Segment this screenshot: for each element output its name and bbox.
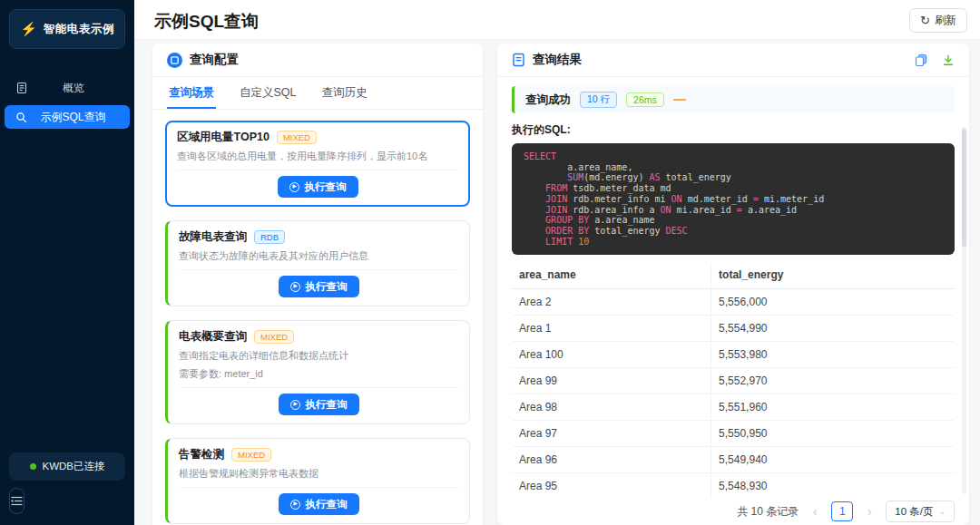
scenario-card[interactable]: 故障电表查询RDB查询状态为故障的电表及其对应的用户信息▶执行查询 <box>165 220 470 306</box>
execute-query-label: 执行查询 <box>305 180 347 194</box>
sql-token <box>524 226 545 236</box>
current-page-button[interactable]: 1 <box>831 501 853 521</box>
area-name-cell: Area 100 <box>512 342 711 368</box>
sql-token: tsdb.meter_data md <box>567 183 671 193</box>
total-records-label: 共 10 条记录 <box>737 504 799 520</box>
sql-line: GROUP BY a.area_name <box>524 215 943 226</box>
execute-button-row: ▶执行查询 <box>179 488 458 518</box>
execute-button-row: ▶执行查询 <box>177 170 458 200</box>
scenario-title: 故障电表查询 <box>179 229 247 245</box>
sql-token: SELECT <box>524 151 556 161</box>
scenario-type-badge: MIXED <box>277 131 317 144</box>
table-row: Area 25,556,000 <box>512 289 955 316</box>
prev-page-button[interactable]: ‹ <box>806 505 824 518</box>
page-size-select[interactable]: 10 条/页 ⌄ <box>886 501 955 522</box>
sql-token <box>524 194 545 204</box>
status-extra-indicator <box>673 99 686 101</box>
sql-token: ORDER BY <box>545 226 589 236</box>
execute-query-button[interactable]: ▶执行查询 <box>279 394 359 415</box>
column-header-area-name: area_name <box>512 264 711 289</box>
scenario-card-header: 告警检测MIXED <box>179 447 458 462</box>
execute-query-label: 执行查询 <box>306 498 348 511</box>
sql-token: 10 <box>578 237 589 247</box>
sql-token <box>524 215 545 225</box>
area-name-cell: Area 2 <box>512 289 711 316</box>
scenario-card-header: 故障电表查询RDB <box>179 229 458 245</box>
sql-token: a.area_id <box>742 205 797 215</box>
sql-token <box>524 205 545 215</box>
tab-query-history[interactable]: 查询历史 <box>320 77 369 109</box>
collapse-sidebar-button[interactable] <box>9 488 24 514</box>
refresh-label: 刷新 <box>935 13 956 28</box>
config-icon <box>167 53 182 68</box>
total-energy-cell: 5,552,970 <box>711 368 955 394</box>
config-panel-title: 查询配置 <box>190 52 239 68</box>
execute-query-button[interactable]: ▶执行查询 <box>278 176 358 198</box>
config-panel-header: 查询配置 <box>152 44 483 77</box>
download-icon <box>942 53 955 66</box>
column-header-total-energy: total_energy <box>711 264 955 289</box>
sql-token: total_energy <box>661 172 731 182</box>
area-name-cell: Area 95 <box>512 473 711 500</box>
page-title: 示例SQL查询 <box>154 10 259 34</box>
sql-token: a.area_name, <box>524 162 632 172</box>
scrollbar-thumb[interactable] <box>962 129 966 247</box>
connection-status-badge: KWDB已连接 <box>9 452 125 481</box>
table-row: Area 975,550,950 <box>512 421 955 447</box>
copy-icon <box>915 53 927 67</box>
tab-query-scenarios[interactable]: 查询场景 <box>167 77 216 109</box>
scenario-title: 电表概要查询 <box>179 329 247 345</box>
query-config-panel: 查询配置 查询场景 自定义SQL 查询历史 区域用电量TOP10MIXED查询各… <box>152 44 483 525</box>
sql-code-block: SELECT a.area_name, SUM(md.energy) AS to… <box>512 143 955 255</box>
sidebar-item-sql-query[interactable]: 示例SQL查询 <box>5 105 130 129</box>
next-page-button[interactable]: › <box>860 505 878 518</box>
sidebar: ⚡ 智能电表示例 概览 示例SQL查询 KWDB已连接 <box>0 0 134 525</box>
content-panels: 查询配置 查询场景 自定义SQL 查询历史 区域用电量TOP10MIXED查询各… <box>152 44 969 525</box>
download-result-button[interactable] <box>942 53 955 66</box>
result-panel-header: 查询结果 <box>497 44 969 77</box>
sql-token: mi.meter_id <box>759 194 824 204</box>
sql-token: rdb.area_info a <box>567 205 660 215</box>
sql-token: JOIN <box>545 194 567 204</box>
config-tabs: 查询场景 自定义SQL 查询历史 <box>152 77 483 110</box>
sidebar-item-label: 示例SQL查询 <box>27 110 119 125</box>
total-energy-cell: 5,553,980 <box>711 342 955 368</box>
total-energy-cell: 5,551,960 <box>711 394 955 421</box>
sql-token: total_energy <box>589 226 665 236</box>
scrollbar-track <box>962 127 966 494</box>
scenario-description: 查询各区域的总用电量，按用电量降序排列，显示前10名 <box>177 150 458 163</box>
sql-token: ON <box>661 205 671 215</box>
sql-token: GROUP BY <box>545 215 589 225</box>
execute-query-label: 执行查询 <box>306 280 348 294</box>
query-status-bar: 查询成功 10 行 26ms <box>512 86 955 113</box>
sql-token: mi.area_id <box>671 205 737 215</box>
play-icon: ▶ <box>289 182 299 192</box>
scenario-card[interactable]: 电表概要查询MIXED查询指定电表的详细信息和数据点统计需要参数: meter_… <box>165 320 470 424</box>
refresh-button[interactable]: ↻ 刷新 <box>909 8 967 33</box>
search-icon <box>15 112 27 123</box>
sql-token: rdb.meter_info mi <box>567 194 671 204</box>
sql-token: md.meter_id <box>682 194 753 204</box>
sql-token <box>524 237 545 247</box>
scenario-description: 查询指定电表的详细信息和数据点统计 <box>179 349 458 363</box>
sql-line: FROM tsdb.meter_data md <box>524 183 943 194</box>
total-energy-cell: 5,556,000 <box>711 289 955 316</box>
scenario-title: 告警检测 <box>179 447 224 462</box>
scenario-type-badge: MIXED <box>231 448 271 462</box>
scenario-title: 区域用电量TOP10 <box>177 130 270 145</box>
scenario-card[interactable]: 告警检测MIXED根据告警规则检测异常电表数据▶执行查询 <box>165 438 470 524</box>
scenario-description: 查询状态为故障的电表及其对应的用户信息 <box>179 249 458 263</box>
copy-result-button[interactable] <box>915 53 927 67</box>
execute-query-button[interactable]: ▶执行查询 <box>279 493 359 515</box>
connection-status-label: KWDB已连接 <box>43 460 105 473</box>
sql-token: ON <box>671 194 682 204</box>
tab-custom-sql[interactable]: 自定义SQL <box>238 77 299 109</box>
table-row: Area 15,554,990 <box>512 316 955 342</box>
query-result-panel: 查询结果 查询成功 10 行 26ms 执行的SQL: SELECT a.are… <box>497 44 969 525</box>
sidebar-item-overview[interactable]: 概览 <box>5 76 130 100</box>
row-count-badge: 10 行 <box>580 92 617 108</box>
total-energy-cell: 5,554,990 <box>711 316 955 342</box>
execute-button-row: ▶执行查询 <box>179 388 458 418</box>
execute-query-button[interactable]: ▶执行查询 <box>279 276 359 297</box>
scenario-card[interactable]: 区域用电量TOP10MIXED查询各区域的总用电量，按用电量降序排列，显示前10… <box>165 121 470 207</box>
